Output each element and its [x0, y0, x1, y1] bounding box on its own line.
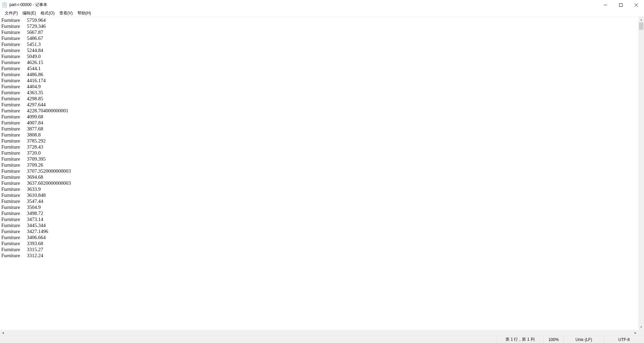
text-line: Furniture3808.8	[1, 132, 637, 138]
text-line: Furniture3728.43	[1, 144, 637, 150]
line-label: Furniture	[1, 120, 27, 126]
line-label: Furniture	[1, 47, 27, 53]
line-label: Furniture	[1, 174, 27, 180]
line-value: 4297.644	[27, 102, 46, 107]
text-line: Furniture3720.0	[1, 150, 637, 156]
line-value: 3427.1496	[27, 229, 48, 234]
line-label: Furniture	[1, 102, 27, 108]
text-line: Furniture3785.292	[1, 138, 637, 144]
text-line: Furniture3393.68	[1, 240, 637, 246]
line-value: 4363.35	[27, 90, 43, 95]
menu-file[interactable]: 文件(F)	[3, 10, 20, 16]
line-label: Furniture	[1, 53, 27, 59]
line-value: 4416.174	[27, 78, 46, 83]
horizontal-scrollbar[interactable]: ◀ ▶	[0, 330, 638, 336]
text-line: Furniture3633.9	[1, 186, 637, 192]
menu-help[interactable]: 帮助(H)	[75, 10, 93, 16]
line-value: 3445.344	[27, 223, 46, 228]
line-value: 5759.964	[27, 17, 46, 23]
line-value: 3694.68	[27, 174, 43, 180]
line-label: Furniture	[1, 41, 27, 47]
line-value: 5486.67	[27, 36, 43, 41]
text-line: Furniture4626.15	[1, 59, 637, 65]
line-value: 3707.3520000000003	[27, 168, 71, 174]
line-label: Furniture	[1, 144, 27, 150]
vertical-scrollbar[interactable]: ▲ ▼	[638, 17, 644, 330]
line-value: 3785.292	[27, 138, 46, 144]
line-value: 3720.0	[27, 150, 41, 156]
line-value: 4404.9	[27, 84, 41, 89]
text-line: Furniture4404.9	[1, 83, 637, 90]
line-label: Furniture	[1, 210, 27, 216]
text-line: Furniture4007.84	[1, 120, 637, 126]
line-label: Furniture	[1, 138, 27, 144]
scroll-right-arrow-icon[interactable]: ▶	[633, 330, 638, 336]
line-value: 3610.848	[27, 192, 46, 198]
line-label: Furniture	[1, 240, 27, 246]
close-button[interactable]	[629, 0, 644, 10]
line-label: Furniture	[1, 65, 27, 71]
text-line: Furniture3406.664	[1, 234, 637, 240]
line-label: Furniture	[1, 132, 27, 138]
line-label: Furniture	[1, 180, 27, 186]
maximize-button[interactable]	[613, 0, 629, 10]
text-line: Furniture3877.68	[1, 126, 637, 132]
line-value: 4544.1	[27, 66, 41, 71]
vertical-scroll-thumb[interactable]	[639, 22, 643, 30]
menu-bar: 文件(F) 编辑(E) 格式(O) 查看(V) 帮助(H)	[0, 10, 644, 17]
menu-view[interactable]: 查看(V)	[57, 10, 75, 16]
svg-rect-5	[620, 4, 623, 7]
line-value: 4099.68	[27, 114, 43, 119]
line-label: Furniture	[1, 83, 27, 90]
text-line: Furniture4416.174	[1, 77, 637, 83]
window-controls	[598, 0, 644, 10]
menu-format[interactable]: 格式(O)	[39, 10, 56, 16]
text-line: Furniture5049.0	[1, 53, 637, 59]
scroll-down-arrow-icon[interactable]: ▼	[638, 324, 644, 330]
scroll-up-arrow-icon[interactable]: ▲	[638, 17, 644, 22]
scroll-left-arrow-icon[interactable]: ◀	[0, 330, 6, 336]
text-line: Furniture5244.84	[1, 47, 637, 53]
line-label: Furniture	[1, 162, 27, 168]
line-value: 4298.85	[27, 96, 43, 101]
vertical-scroll-track[interactable]	[638, 22, 644, 324]
line-label: Furniture	[1, 108, 27, 114]
text-line: Furniture3709.26	[1, 162, 637, 168]
line-label: Furniture	[1, 168, 27, 174]
text-line: Furniture3610.848	[1, 192, 637, 198]
line-value: 4486.86	[27, 72, 43, 77]
line-value: 3547.44	[27, 198, 43, 204]
status-line-ending: Unix (LF)	[564, 336, 604, 343]
svg-rect-0	[3, 3, 6, 7]
text-line: Furniture3427.1496	[1, 228, 637, 234]
horizontal-scroll-track[interactable]	[6, 330, 633, 336]
line-value: 4626.15	[27, 60, 43, 65]
line-value: 3315.27	[27, 247, 43, 252]
line-label: Furniture	[1, 222, 27, 228]
notepad-app-icon	[2, 2, 7, 8]
minimize-button[interactable]	[598, 0, 613, 10]
text-line: Furniture4099.68	[1, 114, 637, 120]
text-line: Furniture3707.3520000000003	[1, 168, 637, 174]
line-value: 4007.84	[27, 120, 43, 125]
line-value: 3728.43	[27, 144, 43, 150]
text-line: Furniture5729.346	[1, 23, 637, 29]
line-value: 3633.9	[27, 186, 41, 192]
text-line: Furniture4228.704000000001	[1, 108, 637, 114]
scrollbar-corner	[638, 330, 644, 336]
line-label: Furniture	[1, 198, 27, 204]
line-label: Furniture	[1, 228, 27, 234]
line-value: 3393.68	[27, 241, 43, 246]
menu-edit[interactable]: 编辑(E)	[20, 10, 38, 16]
line-value: 5729.346	[27, 23, 46, 29]
text-line: Furniture4363.35	[1, 90, 637, 96]
line-label: Furniture	[1, 186, 27, 192]
line-label: Furniture	[1, 126, 27, 132]
line-value: 5667.87	[27, 30, 43, 35]
text-line: Furniture3498.72	[1, 210, 637, 216]
text-line: Furniture5667.87	[1, 29, 637, 35]
line-value: 3312.24	[27, 253, 43, 258]
text-area[interactable]: Furniture5759.964Furniture5729.346Furnit…	[0, 17, 638, 330]
text-line: Furniture3445.344	[1, 222, 637, 228]
line-label: Furniture	[1, 150, 27, 156]
